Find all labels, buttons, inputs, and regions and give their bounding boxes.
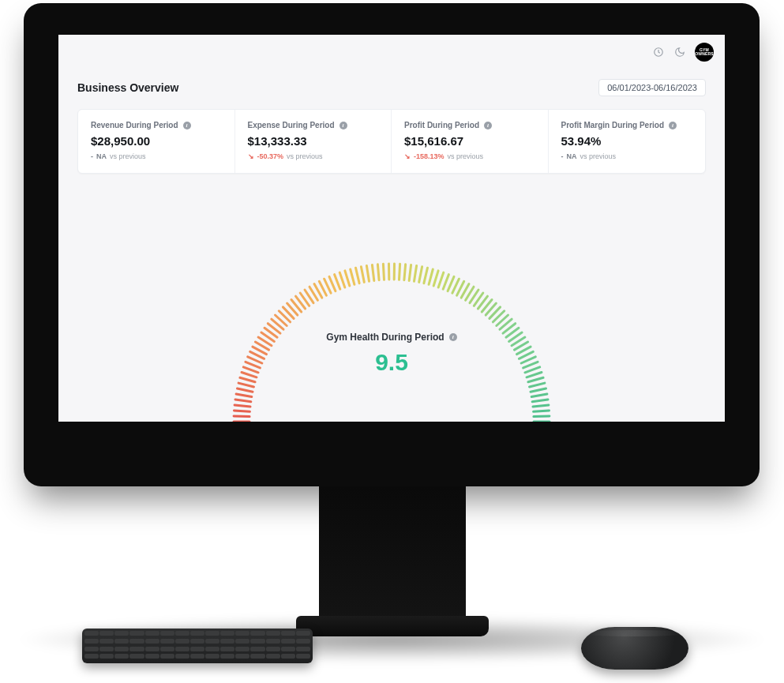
topbar: GYM OWNERS [58, 35, 725, 69]
kpi-delta-suffix: vs previous [287, 152, 323, 160]
svg-line-6 [236, 394, 252, 397]
svg-line-48 [404, 265, 406, 280]
svg-line-82 [528, 377, 543, 382]
svg-line-85 [531, 394, 547, 397]
svg-line-86 [532, 400, 548, 402]
gauge-score: 9.5 [375, 349, 408, 376]
trend-icon: - [561, 152, 564, 160]
svg-line-7 [238, 388, 253, 392]
kpi-expense: Expense During Period i $13,333.33 ↘ -50… [235, 110, 392, 173]
kpi-delta-suffix: vs previous [448, 152, 484, 160]
svg-line-4 [234, 405, 250, 407]
kpi-label-text: Profit Margin During Period [561, 121, 665, 129]
kpi-label: Expense During Period i [248, 121, 379, 129]
kpi-value: $28,950.00 [91, 134, 222, 148]
page-title: Business Overview [77, 81, 178, 94]
monitor-foot [296, 616, 489, 636]
kpi-delta: ↘ -158.13% vs previous [404, 152, 535, 160]
kpi-delta-suffix: vs previous [580, 152, 617, 160]
svg-line-56 [443, 275, 448, 290]
info-icon[interactable]: i [449, 333, 457, 341]
kpi-delta-value: NA [96, 152, 107, 160]
svg-line-88 [534, 411, 550, 411]
kpi-label-text: Expense During Period [248, 121, 335, 129]
svg-line-40 [361, 267, 364, 283]
gauge-title: Gym Health During Period i [326, 332, 456, 343]
kpi-delta-value: -50.37% [257, 152, 284, 160]
kpi-value: $15,616.67 [404, 134, 535, 148]
svg-line-83 [530, 383, 545, 387]
svg-line-39 [356, 268, 360, 283]
kpi-label: Profit Margin During Period i [561, 121, 693, 129]
kpi-delta: ↘ -50.37% vs previous [248, 152, 379, 160]
app-viewport: GYM OWNERS Business Overview 06/01/2023-… [58, 35, 725, 422]
gauge-container: Gym Health During Period i 9.5 [58, 205, 725, 422]
svg-line-3 [234, 411, 250, 411]
mouse [581, 627, 688, 670]
svg-line-87 [533, 405, 549, 407]
svg-line-54 [433, 271, 438, 286]
kpi-value: 53.94% [561, 134, 693, 148]
header-row: Business Overview 06/01/2023-06/16/2023 [77, 79, 706, 96]
kpi-delta-suffix: vs previous [110, 152, 146, 160]
kpi-cards: Revenue During Period i $28,950.00 - NA … [77, 109, 706, 174]
trend-down-icon: ↘ [404, 152, 411, 160]
svg-line-37 [345, 271, 350, 286]
svg-line-44 [383, 264, 384, 280]
svg-line-5 [235, 400, 251, 402]
svg-line-89 [534, 416, 550, 417]
clock-icon[interactable] [652, 47, 664, 58]
info-icon[interactable]: i [183, 122, 191, 129]
date-range-picker[interactable]: 06/01/2023-06/16/2023 [598, 79, 706, 96]
svg-line-38 [351, 269, 354, 284]
keyboard [82, 629, 313, 663]
kpi-revenue: Revenue During Period i $28,950.00 - NA … [78, 110, 235, 173]
info-icon[interactable]: i [339, 122, 347, 129]
svg-line-52 [424, 268, 428, 283]
moon-icon[interactable] [673, 47, 685, 58]
gauge-title-text: Gym Health During Period [326, 332, 444, 343]
svg-line-9 [240, 377, 255, 382]
svg-line-53 [429, 269, 433, 284]
info-icon[interactable]: i [669, 122, 677, 129]
kpi-delta-value: -158.13% [414, 152, 445, 160]
gauge-arc-icon [218, 227, 565, 422]
info-icon[interactable]: i [484, 122, 492, 129]
svg-line-8 [238, 383, 253, 387]
kpi-label: Revenue During Period i [91, 121, 222, 129]
svg-line-41 [366, 266, 369, 282]
avatar[interactable]: GYM OWNERS [695, 43, 714, 62]
svg-line-50 [415, 266, 417, 282]
trend-icon: - [91, 152, 93, 160]
svg-line-51 [419, 267, 422, 283]
svg-line-55 [438, 272, 444, 287]
kpi-delta: - NA vs previous [91, 152, 222, 160]
monitor-neck [319, 486, 466, 624]
kpi-label-text: Revenue During Period [91, 121, 178, 129]
kpi-label-text: Profit During Period [404, 121, 479, 129]
trend-down-icon: ↘ [248, 152, 254, 160]
svg-line-47 [400, 264, 400, 280]
kpi-profit-margin: Profit Margin During Period i 53.94% - N… [549, 110, 706, 173]
svg-line-2 [234, 416, 249, 417]
svg-line-84 [531, 388, 546, 392]
svg-line-49 [409, 265, 411, 281]
svg-line-42 [372, 265, 373, 281]
kpi-delta: - NA vs previous [561, 152, 693, 160]
kpi-delta-value: NA [567, 152, 577, 160]
kpi-value: $13,333.33 [248, 134, 379, 148]
svg-line-43 [377, 265, 379, 280]
gym-health-gauge: Gym Health During Period i 9.5 [218, 227, 565, 422]
kpi-profit: Profit During Period i $15,616.67 ↘ -158… [392, 110, 549, 173]
kpi-label: Profit During Period i [404, 121, 535, 129]
svg-line-36 [339, 272, 345, 287]
svg-line-35 [335, 275, 340, 290]
